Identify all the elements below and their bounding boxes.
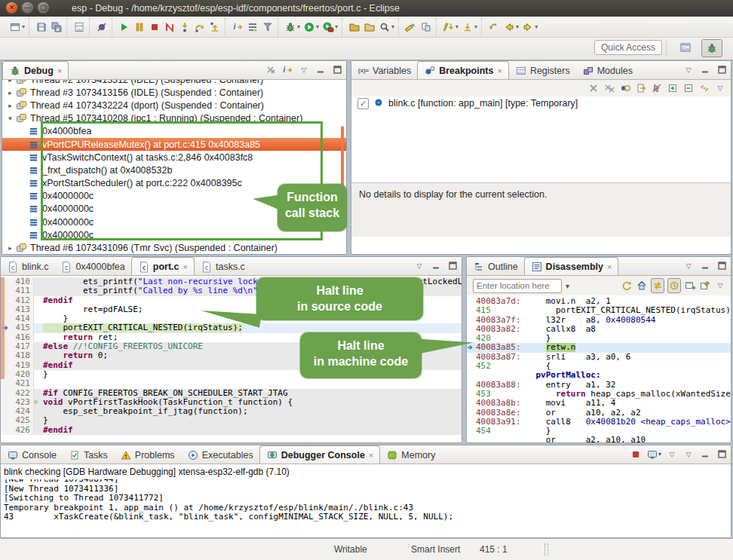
annotation-ruler[interactable] bbox=[1, 389, 11, 398]
maximize-button[interactable] bbox=[331, 63, 343, 77]
tab-port-c[interactable]: cport.c× bbox=[131, 257, 195, 275]
code-line[interactable]: 422#if CONFIG_FREERTOS_BREAK_ON_SCHEDULE… bbox=[1, 389, 462, 398]
code-line[interactable]: 420} bbox=[1, 370, 462, 379]
tab-modules[interactable]: Modules bbox=[576, 62, 639, 79]
stack-frame-row[interactable]: 0x4000000c bbox=[2, 190, 346, 203]
pin-view-button[interactable] bbox=[699, 279, 711, 292]
disassembly-line[interactable]: 40083a7d: movi.n a2, 1 bbox=[467, 297, 731, 306]
back-small-button[interactable] bbox=[486, 20, 501, 35]
tab-blink-c[interactable]: cblink.c bbox=[1, 258, 54, 275]
step-return-button[interactable] bbox=[207, 20, 222, 35]
code-line[interactable]: 418 return 0; bbox=[1, 351, 462, 360]
back-dropdown-icon[interactable]: ▾ bbox=[516, 23, 519, 30]
thread-row[interactable]: ▸Thread #4 1073432224 (dport) (Suspended… bbox=[2, 99, 346, 112]
code-text[interactable]: } bbox=[41, 416, 462, 425]
code-text[interactable]: #endif bbox=[41, 361, 462, 370]
run-dropdown-icon[interactable]: ▾ bbox=[316, 23, 319, 30]
forward-button[interactable]: ▾ bbox=[520, 20, 539, 35]
view-menu-button[interactable]: ▽ bbox=[682, 448, 695, 461]
stack-frame-row[interactable]: 0x4000000c bbox=[2, 216, 346, 228]
external-tools-button[interactable]: ▾ bbox=[320, 20, 339, 35]
minimize-button[interactable] bbox=[699, 259, 711, 273]
annotation-ruler[interactable] bbox=[1, 398, 11, 407]
goto-last-dropdown-icon[interactable]: ▾ bbox=[474, 23, 477, 30]
run-button[interactable]: ▾ bbox=[302, 20, 320, 35]
save-button[interactable] bbox=[34, 20, 49, 35]
resume-button[interactable] bbox=[117, 20, 132, 35]
console-output[interactable]: [New Thread 1073468744][New Thread 10734… bbox=[1, 479, 731, 538]
new-view-button[interactable] bbox=[684, 279, 696, 292]
stack-frame-row[interactable]: 0x4000bfea bbox=[2, 125, 346, 138]
code-text[interactable]: return 0; bbox=[41, 351, 462, 360]
disassembly-line[interactable]: 452 { bbox=[467, 362, 731, 371]
tab-memory[interactable]: Memory bbox=[380, 446, 441, 464]
cpp-perspective-button[interactable]: C++ bbox=[676, 39, 695, 56]
stack-frame-row[interactable]: 0x4000000c bbox=[2, 228, 346, 241]
code-text[interactable]: void vPortFirstTaskHook(TaskFunction_t f… bbox=[41, 398, 462, 407]
open-type-button[interactable] bbox=[347, 20, 362, 35]
terminate-red-button[interactable] bbox=[630, 448, 642, 461]
remove-terminated-button[interactable] bbox=[265, 63, 277, 77]
debug-button[interactable]: ▾ bbox=[283, 20, 302, 35]
close-icon[interactable]: × bbox=[369, 451, 373, 460]
disassembly-line[interactable]: 40083a91: call8 0x40081b20 <heap_caps_ma… bbox=[467, 418, 731, 427]
suspend-button[interactable] bbox=[132, 20, 147, 35]
collapse-all-button[interactable] bbox=[682, 81, 695, 95]
debug-perspective-button[interactable] bbox=[701, 39, 722, 57]
minimize-button[interactable] bbox=[314, 63, 327, 77]
instruction-step-button[interactable]: i bbox=[281, 63, 293, 77]
close-icon[interactable]: × bbox=[183, 262, 188, 271]
tab-executables[interactable]: Executables bbox=[181, 446, 259, 464]
show-matching-button[interactable] bbox=[619, 81, 631, 95]
minimize-button[interactable] bbox=[699, 448, 711, 461]
annotation-ruler[interactable] bbox=[1, 296, 11, 305]
remove-x-button[interactable] bbox=[587, 81, 600, 95]
maximize-button[interactable] bbox=[716, 259, 728, 273]
disassembly-line[interactable]: 40083a8b: movi a11, 4 bbox=[467, 399, 731, 408]
goto-file-button[interactable] bbox=[635, 81, 647, 95]
code-line[interactable]: 412#endif bbox=[1, 296, 462, 305]
code-line[interactable]: 414 } bbox=[1, 314, 462, 323]
annotation-ruler[interactable] bbox=[1, 351, 11, 360]
forward-dropdown-icon[interactable]: ▾ bbox=[535, 23, 538, 30]
display-console-button[interactable]: ▾ bbox=[646, 448, 661, 461]
annotation-ruler[interactable] bbox=[1, 314, 11, 323]
disassembly-location-input[interactable] bbox=[473, 279, 562, 293]
expander-icon[interactable]: ▾ bbox=[5, 115, 15, 122]
disassembly-line[interactable]: 40083a88: entry a1, 32 bbox=[467, 381, 731, 390]
status-insert-mode[interactable]: Smart Insert bbox=[411, 544, 460, 555]
deselect-button[interactable] bbox=[651, 81, 663, 95]
disassembly-line[interactable]: 454 } bbox=[467, 427, 731, 436]
view-menu-button[interactable]: ▽ bbox=[682, 63, 695, 77]
code-text[interactable]: #else //!CONFIG_FREERTOS_UNICORE bbox=[41, 342, 462, 351]
search-dropdown-icon[interactable]: ▾ bbox=[391, 23, 394, 30]
annotation-ruler[interactable] bbox=[1, 333, 11, 342]
location-dropdown-icon[interactable]: ▾ bbox=[566, 282, 569, 290]
stack-frame-row[interactable]: vPortCPUReleaseMutex() at port.c:415 0x4… bbox=[2, 138, 346, 151]
new-wizard-dropdown-icon[interactable]: ▾ bbox=[22, 23, 25, 30]
refresh-button[interactable] bbox=[621, 279, 633, 292]
code-text[interactable]: return ret; bbox=[41, 333, 462, 342]
remove-all-x-button[interactable] bbox=[603, 81, 615, 95]
view-menu-button[interactable]: ▽ bbox=[413, 259, 425, 273]
home-button[interactable] bbox=[636, 279, 648, 292]
code-text[interactable]: ret=pdFALSE; bbox=[41, 305, 462, 314]
stack-frame-row[interactable]: 0x4000000c bbox=[2, 203, 346, 216]
annotation-ruler[interactable] bbox=[1, 426, 11, 435]
thread-row[interactable]: ▾Thread #5 1073410208 (ipc1 : Running) (… bbox=[2, 112, 346, 125]
disassembly-line[interactable]: 420 } bbox=[467, 334, 731, 343]
view-menu-button[interactable]: ▽ bbox=[298, 63, 310, 77]
disassembly-line[interactable]: 40083a82: callx8 a8 bbox=[467, 325, 731, 334]
tab-breakpoints[interactable]: Breakpoints× bbox=[417, 61, 509, 79]
back-button[interactable]: ▾ bbox=[501, 20, 520, 35]
code-text[interactable]: ets_printf("Last non-recursive lock %s l… bbox=[41, 277, 462, 286]
annotation-ruler[interactable] bbox=[1, 416, 11, 425]
step-into-button[interactable] bbox=[177, 20, 192, 35]
code-line[interactable]: 417#else //!CONFIG_FREERTOS_UNICORE bbox=[1, 342, 462, 351]
code-text[interactable]: } bbox=[41, 314, 462, 323]
annotation-ruler[interactable] bbox=[1, 370, 11, 379]
sync-pressed-button[interactable] bbox=[667, 278, 681, 293]
disassembly-line[interactable]: pvPortMalloc: bbox=[467, 371, 731, 380]
track-pressed-button[interactable] bbox=[651, 278, 664, 293]
expander-icon[interactable]: ▸ bbox=[5, 102, 15, 109]
